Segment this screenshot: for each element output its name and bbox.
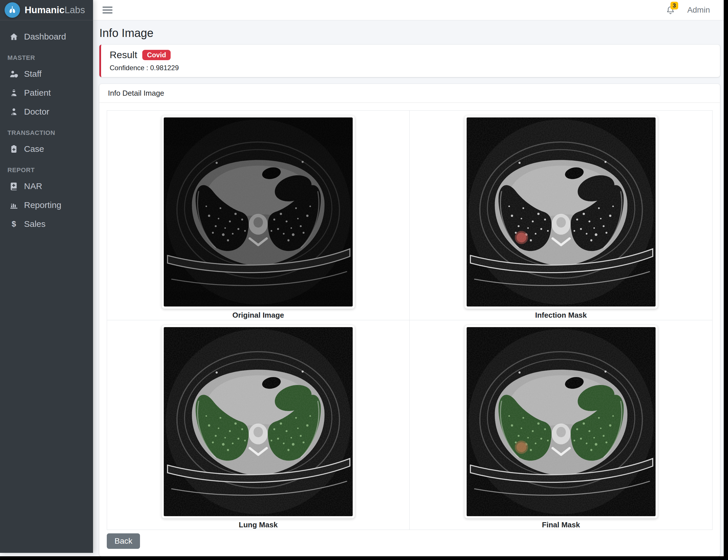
top-navbar: 3 Admin [93, 0, 724, 20]
sidebar-item-nar[interactable]: NAR [4, 177, 89, 195]
ct-scan-infection [467, 117, 656, 306]
sidebar-item-case[interactable]: Case [4, 140, 89, 158]
sidebar-item-staff[interactable]: Staff [4, 65, 89, 83]
sidebar-row: $Sales [4, 215, 89, 233]
staff-icon [6, 69, 21, 79]
result-title: Result [110, 49, 137, 60]
image-cell-original: Original Image [107, 111, 410, 320]
image-grid: Original Image Infection Mask Lung Mask [107, 110, 713, 530]
page-content: Info Image Result Covid Confidence : 0.9… [93, 27, 724, 556]
page-title: Info Image [99, 27, 720, 40]
letterbox-right [724, 0, 728, 560]
sales-icon: $ [6, 219, 21, 229]
sidebar-item-doctor[interactable]: Doctor [4, 103, 89, 121]
detail-card: Info Detail Image Original Image [99, 84, 720, 556]
sidebar: HumanicLabs DashboardMASTERStaffPatientD… [0, 0, 93, 553]
confidence-text: Confidence : 0.981229 [110, 64, 711, 72]
app-screen: HumanicLabs DashboardMASTERStaffPatientD… [0, 0, 724, 556]
home-icon [6, 32, 21, 42]
result-badge: Covid [142, 50, 171, 60]
sidebar-item-label: Dashboard [24, 32, 66, 41]
sidebar-item-label: NAR [24, 182, 42, 190]
user-menu[interactable]: Admin [687, 5, 710, 15]
doctor-icon [6, 107, 21, 117]
sidebar-item-label: Reporting [24, 201, 61, 209]
sidebar-row: NAR [4, 177, 89, 195]
sidebar-row: Case [4, 140, 89, 158]
sidebar-item-dashboard[interactable]: Dashboard [4, 28, 89, 46]
letterbox-bottom [0, 556, 728, 560]
sidebar-item-label: Doctor [24, 107, 49, 116]
notifications-button[interactable]: 3 [666, 5, 675, 15]
svg-text:$: $ [11, 219, 16, 228]
sidebar-row: Staff [4, 65, 89, 83]
nar-icon [6, 182, 21, 191]
result-card: Result Covid Confidence : 0.981229 [99, 45, 720, 77]
brand[interactable]: HumanicLabs [0, 0, 93, 20]
ct-image-infection [464, 115, 658, 309]
image-cell-lung: Lung Mask [107, 320, 410, 530]
sidebar-item-patient[interactable]: Patient [4, 84, 89, 102]
sidebar-item-label: Sales [24, 220, 46, 228]
ct-image-final [464, 325, 658, 518]
sidebar-item-label: Case [24, 145, 44, 153]
brand-name: HumanicLabs [25, 5, 85, 15]
sidebar-item-reporting[interactable]: Reporting [4, 196, 89, 214]
image-caption: Original Image [233, 311, 284, 320]
sidebar-item-sales[interactable]: $Sales [4, 215, 89, 233]
sidebar-row: Doctor [4, 103, 89, 121]
image-caption: Infection Mask [535, 311, 587, 320]
lungs-logo-icon [5, 2, 20, 18]
reporting-icon [6, 201, 21, 210]
patient-icon [6, 88, 21, 98]
detail-card-title: Info Detail Image [99, 84, 720, 103]
sidebar-section-report: REPORT [4, 159, 89, 177]
ct-scan-original [164, 117, 353, 306]
image-cell-final: Final Mask [410, 320, 712, 530]
ct-image-original [162, 115, 355, 309]
case-icon [6, 144, 21, 154]
ct-image-lung [162, 325, 355, 518]
sidebar-item-label: Staff [24, 70, 42, 78]
back-button[interactable]: Back [107, 533, 140, 549]
sidebar-section-transaction: TRANSACTION [4, 122, 89, 140]
sidebar-nav: DashboardMASTERStaffPatientDoctorTRANSAC… [0, 20, 93, 241]
sidebar-row: Reporting [4, 196, 89, 214]
image-caption: Final Mask [542, 520, 580, 529]
notification-badge: 3 [670, 2, 678, 9]
sidebar-item-label: Patient [24, 89, 51, 97]
sidebar-row: Dashboard [4, 28, 89, 46]
main-area: 3 Admin Info Image Result Covid Confiden… [93, 0, 724, 556]
ct-scan-final [467, 327, 656, 516]
sidebar-row: Patient [4, 84, 89, 102]
image-caption: Lung Mask [239, 520, 278, 529]
sidebar-section-master: MASTER [4, 47, 89, 65]
menu-toggle-icon[interactable] [103, 7, 113, 13]
image-cell-infection: Infection Mask [410, 111, 712, 320]
ct-scan-lung [164, 327, 353, 516]
